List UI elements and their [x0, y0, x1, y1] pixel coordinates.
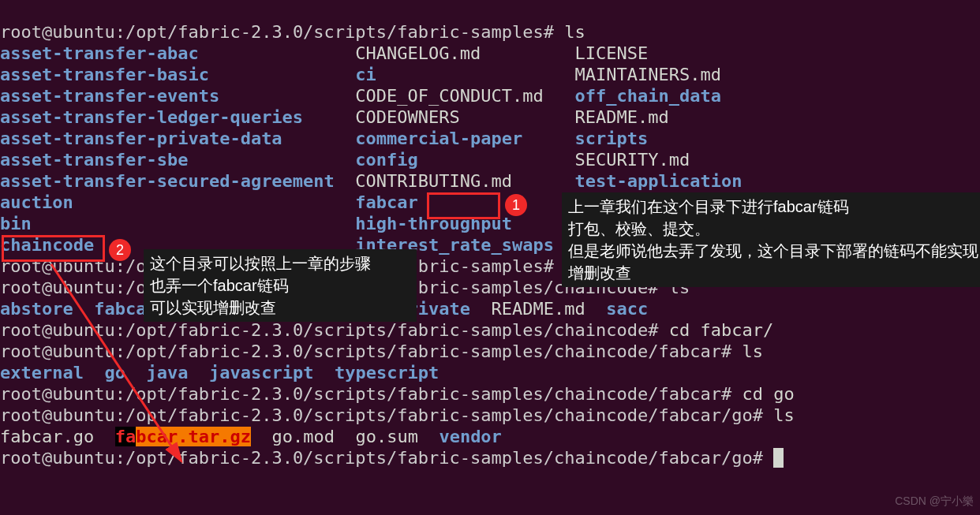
file: MAINTAINERS.md	[575, 65, 721, 84]
file: go.mod	[271, 427, 334, 446]
dir: fabcar	[355, 192, 417, 212]
cmd: ls	[564, 22, 585, 42]
dir: token-erc-20	[575, 214, 701, 233]
file: CODE_OF_CONDUCT.md	[355, 86, 543, 106]
prompt: root@ubuntu:/opt/fabric-2.3.0/scripts/fa…	[0, 405, 773, 425]
cmd: ls	[773, 405, 795, 425]
dir: bin	[0, 214, 32, 233]
dir: chaincode	[0, 235, 94, 255]
file: SECURITY.md	[575, 150, 690, 170]
hidden-line: root@ubuntu:/opt/fabric-2.3.0/scripts/fa…	[0, 278, 690, 297]
dir: typescript	[335, 363, 439, 383]
hidden-line: root@ubuntu:/opt/fabric-2.3.0/scripts/fa…	[0, 256, 690, 276]
watermark: CSDN @宁小樂	[895, 491, 974, 512]
dir: javascript	[209, 363, 313, 383]
dir: asset-transfer-basic	[0, 65, 209, 84]
dir: high-throughput	[355, 214, 512, 233]
dir: config	[355, 150, 417, 170]
dir: vendor	[439, 427, 501, 446]
dir: test-application	[575, 171, 742, 191]
dir: interest_rate_swaps	[355, 235, 554, 255]
dir: marbles02	[178, 299, 271, 319]
dir: scripts	[575, 129, 649, 148]
prompt: root@ubuntu:/opt/fabric-2.3.0/scripts/fa…	[0, 384, 742, 404]
cmd: cd go	[742, 384, 794, 404]
dir: auction	[0, 192, 73, 212]
cmd: ls	[742, 341, 763, 361]
file: CHANGELOG.md	[355, 43, 481, 63]
dir: asset-transfer-abac	[0, 43, 199, 63]
path: /opt/fabric-2.3.0/scripts/fabric-samples	[125, 22, 544, 42]
prompt: root@ubuntu:/opt/fabric-2.3.0/scripts/fa…	[0, 22, 564, 42]
file: LICENSE	[575, 43, 649, 63]
dir: asset-transfer-sbe	[0, 150, 188, 170]
file: README.md	[575, 107, 669, 127]
dir: off_chain_data	[575, 86, 721, 106]
file: CONTRIBUTING.md	[355, 171, 512, 191]
prompt: root@ubuntu:/opt/fabric-2.3.0/scripts/fa…	[0, 448, 773, 468]
prompt: root@ubuntu:/opt/fabric-2.3.0/scripts/fa…	[0, 341, 742, 361]
dir: sacc	[606, 299, 648, 319]
dir: asset-transfer-ledger-queries	[0, 107, 303, 127]
dir: test-network	[575, 192, 701, 212]
file: go.sum	[355, 427, 417, 446]
terminal[interactable]: root@ubuntu:/opt/fabric-2.3.0/scripts/fa…	[0, 0, 980, 468]
dir: asset-transfer-events	[0, 86, 219, 106]
dir: go	[104, 363, 125, 383]
file: fabcar.go	[0, 427, 94, 446]
dir: java	[146, 363, 188, 383]
dir: abstore	[0, 299, 73, 319]
dir: ci	[355, 65, 376, 84]
dir: asset-transfer-secured-agreement	[0, 171, 335, 191]
file: README.md	[492, 299, 585, 319]
dir: commercial-paper	[355, 129, 522, 148]
cmd: cd fabcar/	[669, 320, 773, 340]
dir: fabcar	[94, 299, 156, 319]
dir: marbles02_private	[293, 299, 470, 319]
user: root@ubuntu	[0, 22, 115, 42]
dir: external	[0, 363, 84, 383]
file: CODEOWNERS	[355, 107, 459, 127]
dir: asset-transfer-private-data	[0, 129, 282, 148]
prompt: root@ubuntu:/opt/fabric-2.3.0/scripts/fa…	[0, 320, 669, 340]
archive-file: fabcar.tar.gz	[115, 427, 251, 446]
